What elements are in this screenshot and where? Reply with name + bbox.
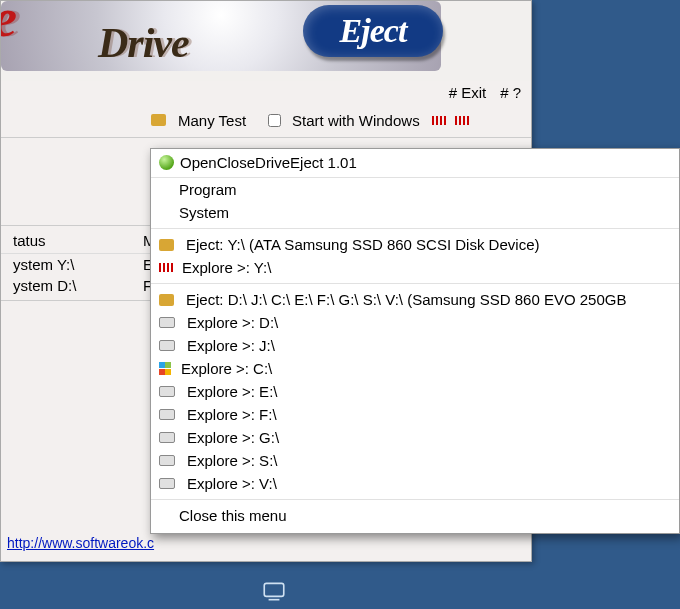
context-menu: OpenCloseDriveEject 1.01 Program System …	[150, 148, 680, 534]
menu-explore-label: Explore >: F:\	[187, 406, 277, 423]
drive-name: ystem Y:\	[13, 256, 103, 273]
eject-icon	[159, 239, 174, 251]
taskbar-icon[interactable]	[256, 573, 292, 609]
menu-text[interactable]: Many Test	[178, 112, 246, 129]
app-icon	[159, 155, 174, 170]
menu-explore-label: Explore >: C:\	[181, 360, 272, 377]
menu-eject-multi[interactable]: Eject: D:\ J:\ C:\ E:\ F:\ G:\ S:\ V:\ (…	[151, 288, 679, 311]
device-icon	[261, 578, 287, 604]
menu-explore-label: Explore >: J:\	[187, 337, 275, 354]
menu-explore-v[interactable]: Explore >: V:\	[151, 472, 679, 495]
app-banner: ose ose Drive Drive Eject	[1, 1, 531, 81]
drive-name: ystem D:\	[13, 277, 103, 294]
menu-eject-multi-label: Eject: D:\ J:\ C:\ E:\ F:\ G:\ S:\ V:\ (…	[186, 291, 626, 308]
drive-icon	[159, 386, 175, 397]
drive-icon	[159, 409, 175, 420]
menu-close-label: Close this menu	[179, 507, 287, 524]
menu-explore-y-label: Explore >: Y:\	[182, 259, 271, 276]
start-with-windows-checkbox[interactable]	[268, 114, 281, 127]
menu-explore-c[interactable]: Explore >: C:\	[151, 357, 679, 380]
drive-icon	[159, 455, 175, 466]
menu-explore-label: Explore >: V:\	[187, 475, 277, 492]
help-link[interactable]: # ?	[500, 84, 521, 101]
menu-system-label: System	[179, 204, 229, 221]
menu-eject-y-label: Eject: Y:\ (ATA Samsung SSD 860 SCSI Dis…	[186, 236, 539, 253]
col-status-header[interactable]: tatus	[13, 232, 103, 249]
menu-eject-y[interactable]: Eject: Y:\ (ATA Samsung SSD 860 SCSI Dis…	[151, 233, 679, 256]
windows-icon	[159, 362, 173, 376]
start-with-windows-label: Start with Windows	[292, 112, 420, 129]
menu-explore-label: Explore >: S:\	[187, 452, 277, 469]
drive-icon	[159, 478, 175, 489]
svg-rect-0	[264, 583, 284, 596]
toolbar: # Exit # ?	[1, 81, 531, 107]
drive-icon	[159, 317, 175, 328]
menu-program[interactable]: Program	[151, 178, 679, 201]
explore-icon	[159, 263, 174, 272]
menu-explore-e[interactable]: Explore >: E:\	[151, 380, 679, 403]
banner-eject-badge: Eject	[303, 5, 443, 57]
menu-explore-label: Explore >: D:\	[187, 314, 278, 331]
menu-row: Many Test Start with Windows	[1, 107, 531, 138]
menu-title-row: OpenCloseDriveEject 1.01	[151, 149, 679, 178]
menu-explore-f[interactable]: Explore >: F:\	[151, 403, 679, 426]
eject-icon	[159, 294, 174, 306]
banner-drive-text: Drive	[98, 19, 189, 67]
menu-explore-g[interactable]: Explore >: G:\	[151, 426, 679, 449]
menu-system[interactable]: System	[151, 201, 679, 224]
status-url: http://www.softwareok.c	[7, 535, 154, 551]
menu-explore-label: Explore >: G:\	[187, 429, 279, 446]
glyph-icon	[455, 116, 470, 125]
menu-explore-j[interactable]: Explore >: J:\	[151, 334, 679, 357]
menu-explore-s[interactable]: Explore >: S:\	[151, 449, 679, 472]
menu-program-label: Program	[179, 181, 237, 198]
menu-explore-y[interactable]: Explore >: Y:\	[151, 256, 679, 279]
exit-link[interactable]: # Exit	[449, 84, 487, 101]
menu-explore-d[interactable]: Explore >: D:\	[151, 311, 679, 334]
banner-ose-text: ose	[1, 1, 15, 49]
banner-eject-text: Eject	[340, 12, 407, 50]
drive-icon	[159, 432, 175, 443]
glyph-icon	[432, 116, 447, 125]
homepage-link[interactable]: http://www.softwareok.c	[7, 535, 154, 551]
menu-explore-label: Explore >: E:\	[187, 383, 277, 400]
menu-title: OpenCloseDriveEject 1.01	[180, 154, 357, 171]
menu-close[interactable]: Close this menu	[151, 504, 679, 527]
folder-icon	[151, 114, 166, 126]
drive-icon	[159, 340, 175, 351]
